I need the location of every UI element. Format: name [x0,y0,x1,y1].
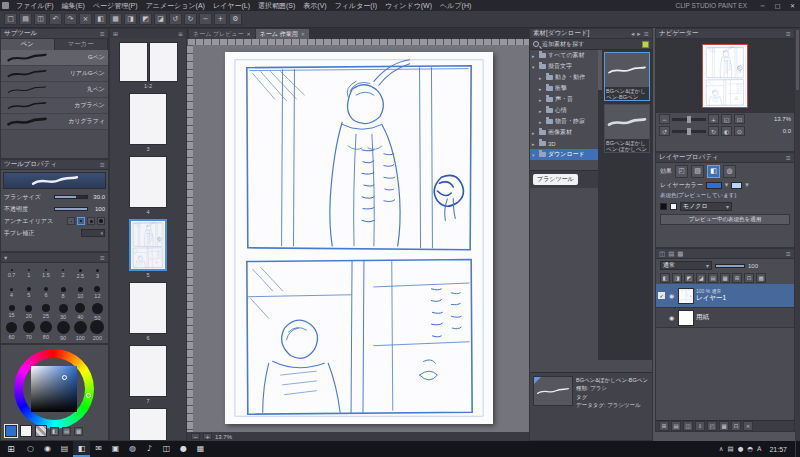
menu-filter[interactable]: フィルター(I) [331,1,381,11]
page-item[interactable]: 8 [110,408,186,441]
antialias-middle-button[interactable] [87,217,95,225]
tab-marker[interactable]: マーカー [55,39,109,50]
color-set-icon[interactable]: ◧ [50,427,59,436]
layer-opacity-value[interactable]: 100 [748,263,758,269]
brush-size-swatch[interactable]: 10 [72,283,89,302]
taskbar-app-icon[interactable]: ◫ [158,441,175,457]
brush-size-swatch[interactable]: 15 [3,302,20,321]
brush-size-swatch[interactable]: 6 [37,283,54,302]
brush-size-swatch[interactable]: 2.5 [72,264,89,283]
zoom-out-icon[interactable]: − [191,433,200,440]
main-color-chip[interactable] [5,425,17,437]
brush-size-slider[interactable] [54,195,88,199]
new-folder-icon[interactable]: ▤ [671,421,681,431]
brush-size-value[interactable]: 30.0 [90,194,105,200]
panel-menu-icon[interactable]: ≡ [100,161,105,169]
brush-size-swatch[interactable]: 8 [54,283,71,302]
layer-mask-footer-icon[interactable]: ◰ [707,421,717,431]
reset-view-icon[interactable]: ⊙ [734,126,745,136]
new-raster-layer-icon[interactable]: ⊞ [732,273,742,283]
brush-size-swatch[interactable]: 4 [3,283,20,302]
actual-size-icon[interactable]: ⊡ [734,114,745,124]
white-chip[interactable] [670,203,677,210]
back-icon[interactable]: ◂ [631,30,634,38]
layer-opacity-slider[interactable] [715,264,745,268]
tree-item-download[interactable]: ▾ダウンロード [530,149,598,160]
brush-size-swatch[interactable]: 25 [37,302,54,321]
fit-to-screen-icon[interactable]: ◱ [721,114,732,124]
close-tab-icon[interactable]: ✕ [247,31,251,37]
page-item[interactable]: 3 [110,93,186,152]
color-history-icon[interactable]: ▤ [62,427,71,436]
taskbar-app-icon[interactable]: ▦ [192,441,209,457]
new-file-icon[interactable]: □ [4,13,17,25]
subtool-item-gpen[interactable]: Gペン [1,50,108,66]
right-scrollbar[interactable] [795,28,800,441]
tree-item-emotion[interactable]: ▸心情 [530,105,598,116]
brush-size-swatch[interactable]: 40 [72,302,89,321]
brush-size-swatch[interactable]: 5 [20,283,37,302]
subtool-item-calligraphy[interactable]: カリグラフィ [1,114,108,130]
taskbar-app-icon[interactable]: ▣ [107,441,124,457]
brush-size-swatch[interactable]: 200 [89,321,106,340]
search-button[interactable]: ○ [22,441,39,457]
clock[interactable]: 21:57 [765,446,791,453]
menu-selection[interactable]: 選択範囲(S) [254,1,299,11]
minimize-button[interactable]: ─ [755,2,770,9]
material-datatag-value[interactable]: ブラシツール [607,402,641,408]
page-thumbnail-spread[interactable] [119,42,178,82]
canvas-tab-preview[interactable]: ネーム プレビュー ✕ [189,29,255,39]
set-reference-icon[interactable]: ▤ [708,273,718,283]
taskbar-app-icon[interactable]: ◍ [124,441,141,457]
search-additional-materials[interactable]: 追加素材を探す [530,39,652,50]
chevron-down-icon[interactable]: ▾ [745,181,749,189]
layer-checkbox[interactable]: ✓ [658,292,665,299]
tray-chevron-icon[interactable]: ∧ [719,445,724,453]
panel-menu-icon[interactable]: ≡ [786,154,791,162]
ime-indicator[interactable]: A [757,445,761,453]
menu-animation[interactable]: アニメーション(A) [142,1,209,11]
clip-to-layer-below-icon[interactable]: ◧ [660,273,670,283]
layer-name[interactable]: レイヤー1 [696,294,726,303]
open-file-icon[interactable]: ▤ [19,13,32,25]
new-vector-layer-icon[interactable]: ⊡ [744,273,754,283]
menu-layer[interactable]: レイヤー(L) [209,1,254,11]
chevron-down-icon[interactable]: ▾ [725,181,729,189]
brush-size-swatch[interactable]: 1.5 [37,264,54,283]
tree-item-sfx-text[interactable]: ▾擬音文字 [530,61,598,72]
tree-item-voice[interactable]: ▸声・音 [530,94,598,105]
menu-file[interactable]: ファイル(F) [12,1,58,11]
page-item[interactable]: 7 [110,345,186,404]
redo-icon[interactable]: ↷ [64,13,77,25]
material-item-bokashi-pen[interactable]: BGペン&ぼかしペン-ぼかしペン [604,104,650,153]
subtool-item-real-gpen[interactable]: リアルGペン [1,66,108,82]
lock-transparent-icon[interactable]: ◩ [684,273,694,283]
panel-menu-icon[interactable]: ≡ [644,30,649,38]
brush-size-swatch[interactable]: 20 [20,302,37,321]
duplicate-layer-icon[interactable]: ◫ [683,421,693,431]
brush-size-swatch[interactable]: 2 [54,264,71,283]
tree-item-all-materials[interactable]: ▸すべての素材 [530,50,598,61]
sv-cursor[interactable] [62,375,67,380]
antialias-strong-button[interactable] [97,217,105,225]
panel-menu-icon[interactable]: ≡ [178,30,183,37]
navigator-page-thumbnail[interactable] [702,44,748,108]
grid-icon[interactable]: ▦ [109,13,122,25]
draft-layer-icon[interactable]: ▦ [720,273,730,283]
taskbar-app-icon[interactable]: ✉ [90,441,107,457]
tray-icon[interactable]: ◓ [747,445,753,453]
sub-color-chip[interactable] [20,425,32,437]
chevron-down-icon[interactable]: ▾ [4,254,7,262]
layer-color-effect-icon[interactable]: ◧ [707,165,720,178]
tone-effect-icon[interactable]: ▨ [691,165,704,178]
brush-size-swatch[interactable]: 30 [54,302,71,321]
settings-icon[interactable]: ⚙ [229,13,242,25]
menu-page-manage[interactable]: ページ管理(P) [89,1,142,11]
snap-ruler-icon[interactable]: ◨ [124,13,137,25]
tree-item-image-material[interactable]: ▸画像素材 [530,127,598,138]
layer-color-chip[interactable] [706,182,722,189]
flip-horizontal-icon[interactable]: ◐ [721,126,732,136]
hue-ring[interactable] [14,349,94,429]
delete-layer-icon[interactable]: × [743,421,753,431]
layer-row-paper[interactable]: ◉ 用紙 [656,308,794,328]
